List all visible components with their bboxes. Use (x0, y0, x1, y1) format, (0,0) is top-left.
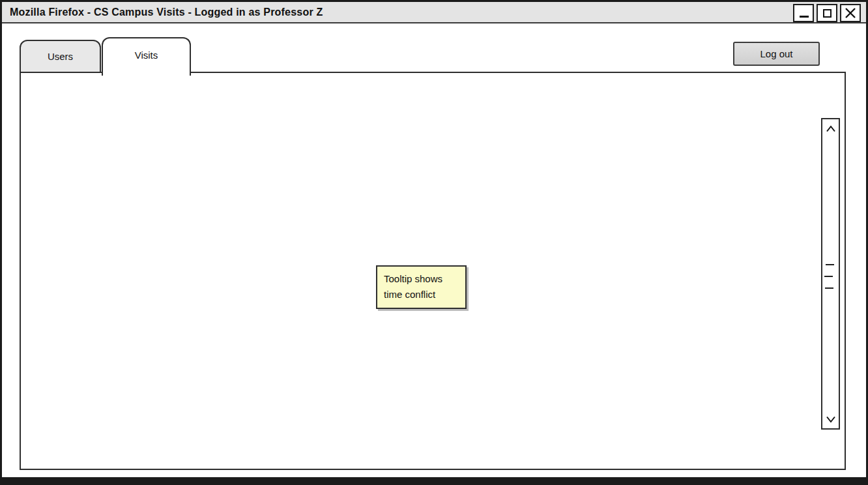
tab-visits-label: Visits (135, 50, 158, 61)
window-title: Mozilla Firefox - CS Campus Visits - Log… (10, 2, 323, 22)
scrollbar-grip-icon[interactable] (825, 287, 833, 289)
minimize-icon (800, 16, 809, 18)
close-button[interactable] (840, 4, 861, 22)
scrollbar-grip-icon[interactable] (826, 264, 834, 265)
close-icon (845, 7, 856, 19)
scrollbar-grip-icon[interactable] (824, 276, 833, 277)
tab-users-label: Users (48, 51, 73, 62)
scroll-down-button[interactable] (822, 411, 839, 427)
minimize-button[interactable] (793, 4, 814, 22)
browser-window: Mozilla Firefox - CS Campus Visits - Log… (0, 0, 868, 485)
table-scrollbar[interactable] (821, 118, 840, 430)
maximize-icon (823, 9, 832, 18)
chevron-down-icon (826, 416, 836, 423)
logout-button[interactable]: Log out (733, 42, 820, 66)
window-bottom-edge (2, 477, 866, 483)
chevron-up-icon (826, 125, 836, 132)
scroll-up-button[interactable] (822, 121, 839, 136)
tooltip-line-2: time conflict (384, 287, 465, 302)
window-controls (793, 4, 861, 22)
tab-visits[interactable]: Visits (102, 37, 191, 76)
titlebar[interactable]: Mozilla Firefox - CS Campus Visits - Log… (2, 2, 866, 23)
tooltip-line-1: Tooltip shows (384, 271, 465, 287)
maximize-button[interactable] (817, 4, 837, 22)
tab-users[interactable]: Users (20, 40, 101, 73)
time-conflict-tooltip: Tooltip shows time conflict (376, 265, 467, 309)
